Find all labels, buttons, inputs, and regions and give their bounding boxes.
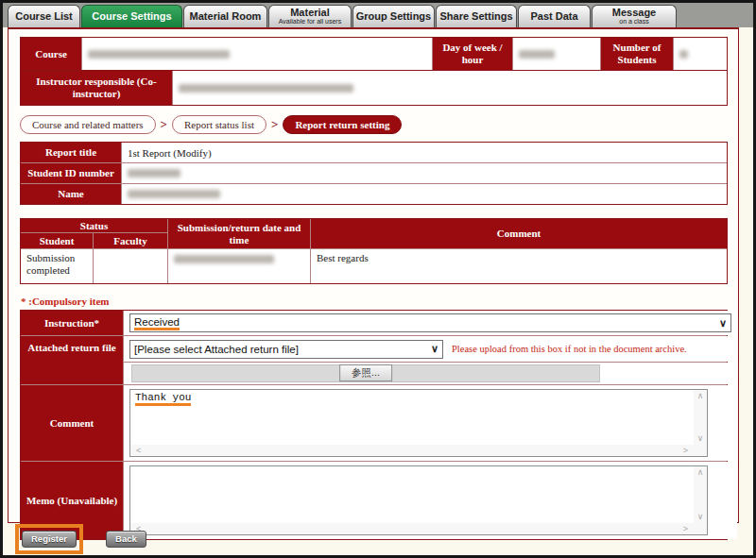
scrollbar-corner [694, 445, 707, 456]
file-input[interactable]: 参照... [131, 364, 600, 382]
upload-note: Please upload from this box if not in th… [452, 344, 687, 354]
attached-file-select[interactable]: [Please select Attached return file] ∨ [129, 340, 443, 359]
horizontal-scrollbar[interactable]: < > [130, 445, 694, 456]
tab-course-settings[interactable]: Course Settings [81, 5, 182, 27]
course-value [82, 38, 432, 70]
register-annotation-box: Register [15, 524, 83, 554]
instruction-selected-value: Received [134, 316, 180, 330]
action-buttons: Register Back [15, 524, 146, 554]
number-of-students-label: Number of Students [601, 38, 673, 70]
name-value [122, 184, 727, 204]
chevron-right-icon[interactable]: > [683, 525, 688, 533]
main-panel: Course Day of week / hour Number of Stud… [8, 27, 739, 523]
tab-bar: Course List Course Settings Material Roo… [3, 3, 753, 27]
student-id-value [122, 163, 727, 183]
student-status-cell: Submission completed [21, 249, 93, 283]
attached-return-file-label: Attached return file [21, 336, 123, 384]
tab-message[interactable]: Message on a class [592, 5, 677, 27]
comment-text-value: Thank you [135, 392, 191, 406]
browse-button[interactable]: 参照... [339, 364, 392, 381]
day-of-week-value [513, 38, 600, 70]
report-info-table: Report title 1st Report (Modify) Student… [20, 142, 728, 205]
vertical-scrollbar[interactable]: ∧ ∨ [694, 390, 707, 445]
tab-label: Past Data [530, 11, 577, 22]
horizontal-scrollbar[interactable]: < > [130, 523, 694, 534]
datetime-header: Submission/return date and time [168, 219, 310, 248]
redacted-text [128, 190, 220, 198]
chevron-down-icon[interactable]: ∨ [697, 434, 704, 443]
breadcrumb-course-matters[interactable]: Course and related matters [20, 115, 156, 134]
report-title-label: Report title [21, 143, 121, 162]
name-label: Name [21, 184, 121, 204]
tab-label: Material Room [190, 11, 262, 22]
tab-group-settings[interactable]: Group Settings [352, 5, 435, 27]
chevron-down-icon[interactable]: ∨ [697, 513, 704, 521]
instructor-value [173, 71, 727, 105]
redacted-text [519, 50, 555, 59]
tab-label: Course List [15, 11, 73, 22]
breadcrumb-report-return-setting: Report return setting [283, 115, 402, 134]
chevron-up-icon[interactable]: ∧ [697, 392, 704, 400]
course-label: Course [21, 38, 81, 70]
tab-label: Message [612, 8, 656, 18]
instruction-select[interactable]: Received ∨ [129, 313, 731, 332]
tab-label: Course Settings [92, 11, 171, 22]
status-header: Status [21, 219, 167, 232]
memo-textarea[interactable]: ∧ ∨ < > [129, 465, 708, 535]
day-of-week-label: Day of week / hour [433, 38, 512, 70]
report-title-value: 1st Report (Modify) [122, 143, 727, 162]
chevron-down-icon: ∨ [719, 317, 727, 330]
comment-textarea[interactable]: Thank you ∧ ∨ < > [129, 389, 708, 457]
number-of-students-value [674, 38, 727, 70]
student-header: Student [21, 233, 93, 248]
status-table: Status Submission/return date and time C… [20, 218, 728, 284]
comment-text: Thank you [130, 390, 694, 445]
redacted-text [679, 50, 688, 59]
chevron-left-icon[interactable]: < [136, 447, 141, 455]
tab-material[interactable]: Material Available for all users [268, 5, 352, 27]
chevron-down-icon: ∨ [431, 343, 438, 355]
comment-cell: Best regards [311, 249, 727, 283]
tab-material-room[interactable]: Material Room [183, 5, 267, 27]
instructor-label: Instructor responsible (Co-instructor) [21, 71, 172, 105]
chevron-right-icon: > [271, 117, 278, 132]
instructor-table: Instructor responsible (Co-instructor) [20, 71, 728, 106]
vertical-scrollbar[interactable]: ∧ ∨ [694, 466, 707, 523]
memo-text [130, 466, 694, 523]
memo-cell: ∧ ∨ < > [124, 462, 737, 539]
chevron-right-icon[interactable]: > [683, 447, 688, 455]
tab-sublabel: on a class [619, 18, 649, 25]
instruction-label: Instruction* [21, 311, 123, 335]
faculty-header: Faculty [94, 233, 167, 248]
redacted-text [88, 50, 230, 59]
attached-selected-value: [Please select Attached return file] [134, 344, 299, 355]
instruction-cell: Received ∨ [124, 311, 737, 335]
breadcrumb-report-status-list[interactable]: Report status list [172, 115, 266, 134]
comment-label: Comment [21, 385, 123, 461]
chevron-up-icon[interactable]: ∧ [697, 468, 704, 477]
student-id-label: Student ID number [21, 163, 121, 183]
comment-cell-form: Thank you ∧ ∨ < > [124, 385, 737, 461]
return-setting-form: Instruction* Received ∨ Attached return … [20, 310, 728, 540]
scrollbar-corner [694, 523, 707, 534]
datetime-cell [168, 249, 310, 283]
back-button[interactable]: Back [106, 531, 146, 548]
redacted-text [128, 169, 180, 178]
register-button[interactable]: Register [22, 531, 77, 548]
app-window: Course List Course Settings Material Roo… [0, 0, 756, 558]
comment-header: Comment [311, 219, 727, 248]
file-upload-cell: 参照... [124, 363, 737, 384]
tab-label: Share Settings [439, 11, 512, 22]
tab-label: Group Settings [356, 11, 431, 22]
tab-sublabel: Available for all users [279, 18, 341, 25]
compulsory-note: * :Compulsory item [21, 296, 728, 307]
tab-label: Material [290, 8, 330, 18]
tab-share-settings[interactable]: Share Settings [436, 5, 517, 27]
tab-course-list[interactable]: Course List [8, 5, 80, 27]
faculty-status-cell [94, 249, 167, 283]
redacted-text [179, 84, 353, 93]
tab-past-data[interactable]: Past Data [518, 5, 591, 27]
chevron-right-icon: > [161, 117, 167, 132]
redacted-text [174, 255, 274, 263]
breadcrumb: Course and related matters > Report stat… [20, 115, 728, 134]
